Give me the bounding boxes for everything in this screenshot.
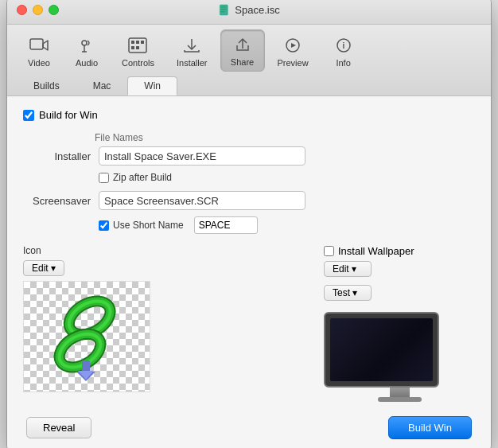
svg-marker-16 <box>291 43 296 48</box>
svg-rect-25 <box>82 360 90 372</box>
main-window: Space.isc Video Audio <box>6 0 492 448</box>
file-icon <box>218 4 231 17</box>
info-button[interactable]: i Info <box>321 31 366 72</box>
use-short-name-row: Use Short Name <box>99 216 475 234</box>
audio-button[interactable]: Audio <box>64 31 109 72</box>
svg-rect-11 <box>136 41 139 44</box>
monitor-screen <box>330 318 433 381</box>
svg-rect-12 <box>141 41 144 44</box>
toolbar-buttons: Video Audio Controls Insta <box>17 29 481 76</box>
installer-row: Installer <box>23 146 475 166</box>
controls-button[interactable]: Controls <box>112 31 164 72</box>
content-area: Build for Win File Names Installer Zip a… <box>7 96 491 448</box>
svg-rect-1 <box>220 6 226 8</box>
wallpaper-buttons: Edit ▾ Test ▾ <box>324 261 475 306</box>
icon-edit-label: Edit ▾ <box>32 263 56 274</box>
build-for-win-row: Build for Win <box>23 109 475 121</box>
video-label: Video <box>28 58 50 68</box>
svg-rect-9 <box>129 38 146 53</box>
tab-mac[interactable]: Mac <box>76 76 128 95</box>
monitor-base <box>378 397 422 402</box>
controls-icon <box>127 35 148 56</box>
tab-win[interactable]: Win <box>127 76 177 95</box>
tabs-row: Builds Mac Win <box>17 76 481 95</box>
audio-icon <box>76 35 97 56</box>
screensaver-row: Screensaver <box>23 191 475 210</box>
window-title: Space.isc <box>218 4 279 17</box>
video-button[interactable]: Video <box>17 31 61 72</box>
share-icon <box>232 34 253 55</box>
wallpaper-edit-button[interactable]: Edit ▾ <box>324 261 372 277</box>
installer-icon <box>181 35 202 56</box>
use-short-name-checkbox[interactable] <box>99 220 109 231</box>
install-wallpaper-label: Install Wallpaper <box>338 245 414 257</box>
icon-edit-button[interactable]: Edit ▾ <box>23 260 64 276</box>
installer-input[interactable] <box>99 146 305 166</box>
audio-label: Audio <box>76 58 98 68</box>
installer-label-text: Installer <box>23 150 91 162</box>
wallpaper-test-button[interactable]: Test ▾ <box>324 285 372 301</box>
monitor-screen-outer <box>324 312 439 388</box>
icon-section: Icon Edit ▾ <box>23 245 300 402</box>
installer-label: Installer <box>177 58 208 68</box>
close-button[interactable] <box>17 5 27 15</box>
share-label: Share <box>231 57 254 67</box>
preview-button[interactable]: Preview <box>268 31 318 72</box>
install-wallpaper-checkbox[interactable] <box>324 246 334 256</box>
tab-builds[interactable]: Builds <box>17 76 76 95</box>
wallpaper-test-label: Test ▾ <box>333 287 357 298</box>
share-button[interactable]: Share <box>220 29 265 72</box>
zip-after-build-checkbox[interactable] <box>99 173 109 183</box>
svg-rect-14 <box>136 46 139 49</box>
info-label: Info <box>336 58 350 68</box>
svg-point-6 <box>82 41 87 45</box>
svg-rect-13 <box>131 46 134 49</box>
preview-icon <box>282 35 303 56</box>
screensaver-input[interactable] <box>99 191 305 210</box>
file-names-header: File Names <box>95 132 475 143</box>
svg-marker-5 <box>43 41 48 50</box>
wallpaper-section: Install Wallpaper Edit ▾ Test ▾ <box>316 245 475 402</box>
icon-preview <box>23 281 150 392</box>
zip-after-build-row: Zip after Build <box>99 172 475 183</box>
monitor-preview <box>324 312 475 402</box>
short-name-input[interactable] <box>194 216 258 234</box>
preview-label: Preview <box>278 58 309 68</box>
build-for-win-label: Build for Win <box>39 109 98 121</box>
screensaver-label-text: Screensaver <box>23 195 91 207</box>
monitor-stand <box>390 388 410 397</box>
svg-rect-3 <box>220 11 224 13</box>
svg-text:i: i <box>342 41 344 50</box>
build-win-button[interactable]: Build Win <box>388 416 472 439</box>
zip-after-build-label: Zip after Build <box>113 172 172 183</box>
wallpaper-edit-label: Edit ▾ <box>333 263 356 275</box>
install-wallpaper-row: Install Wallpaper <box>324 245 475 257</box>
minimize-button[interactable] <box>33 5 43 15</box>
chain-icon <box>35 289 138 384</box>
build-for-win-checkbox[interactable] <box>23 110 34 121</box>
svg-rect-2 <box>220 9 226 10</box>
controls-label: Controls <box>122 58 154 68</box>
footer: Reveal Build Win <box>23 416 475 439</box>
installer-button[interactable]: Installer <box>167 31 217 72</box>
info-icon: i <box>333 35 354 56</box>
icon-title: Icon <box>23 245 300 256</box>
maximize-button[interactable] <box>49 5 59 15</box>
titlebar: Space.isc <box>7 0 491 25</box>
toolbar: Video Audio Controls Insta <box>7 25 491 96</box>
video-icon <box>29 35 49 56</box>
bottom-section: Icon Edit ▾ <box>23 245 475 402</box>
svg-rect-4 <box>30 39 43 49</box>
use-short-name-label: Use Short Name <box>113 220 184 231</box>
reveal-button[interactable]: Reveal <box>26 417 91 438</box>
svg-rect-10 <box>131 41 134 44</box>
traffic-lights <box>17 5 59 15</box>
